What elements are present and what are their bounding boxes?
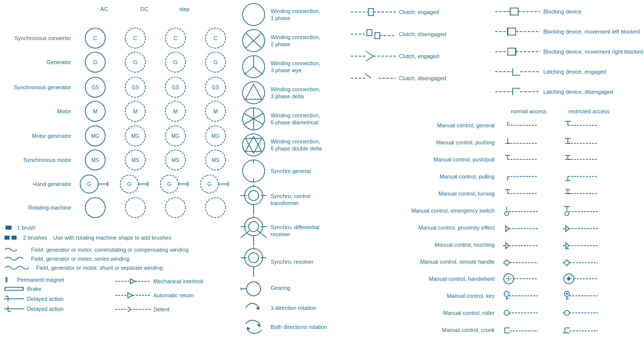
col-ac: AC xyxy=(84,6,124,12)
svg-point-234 xyxy=(564,310,569,315)
svg-text:MS: MS xyxy=(212,157,220,163)
row-motor-generator: Motor generator MG MG MG MG xyxy=(0,124,236,148)
svg-rect-145 xyxy=(510,8,518,15)
svg-marker-199 xyxy=(506,226,509,232)
svg-marker-84 xyxy=(128,293,133,298)
label-synchronous-converter: Synchronous converter xyxy=(0,35,75,41)
label-manual-pushpull: Manual control, push/pull xyxy=(398,156,499,162)
manual-controls-section: normal access restricted access Manual c… xyxy=(398,108,644,338)
symbols-hand-generator: G G G G xyxy=(75,172,236,196)
label-winding-1phase: Winding connection,1 phase xyxy=(267,8,320,22)
svg-text:M: M xyxy=(173,108,177,114)
svg-point-222 xyxy=(567,277,570,280)
row-manual-pushing: Manual control, pushing xyxy=(398,134,644,151)
row-manual-roller: Manual control, roller xyxy=(398,304,644,321)
row-synchronous-generator: Synchronous generator GS GS GS GS xyxy=(0,75,236,99)
svg-point-67 xyxy=(205,198,226,218)
svg-point-108 xyxy=(245,187,263,205)
row-manual-handwheel: Manual control, handwheel xyxy=(398,270,644,287)
row-1dir-rotation: 1-direction rotation xyxy=(241,299,327,317)
svg-text:C: C xyxy=(133,35,137,41)
label-2-brushes: 2 brushes xyxy=(23,235,47,241)
label-synchro-resolver: Synchro, resolver xyxy=(267,259,314,265)
blocking-section: Blocking device Blocking device, movemen… xyxy=(495,2,643,102)
svg-rect-148 xyxy=(508,28,516,35)
label-latching-engaged: Latching device, engaged xyxy=(540,69,606,75)
svg-marker-201 xyxy=(566,226,569,232)
row-manual-key: Manual control, key xyxy=(398,287,644,304)
label-generator: Generator xyxy=(0,59,75,65)
row-hand-generator: Hand generator G G G G xyxy=(0,172,236,196)
svg-text:M: M xyxy=(93,108,97,114)
svg-text:MS: MS xyxy=(172,157,179,163)
row-synchronous-motor: Synchronous motor MS MS MS MS xyxy=(0,148,236,172)
col-dc: DC xyxy=(124,6,164,12)
label-synchro-control: Synchro, controltransformer xyxy=(267,193,310,207)
row-brake: Brake xyxy=(4,285,42,293)
label-clutch-engaged-1: Clutch, engaged xyxy=(396,9,439,15)
svg-point-122 xyxy=(245,249,263,267)
svg-marker-97 xyxy=(246,84,262,99)
label-1-brush: 1 brush xyxy=(17,225,36,231)
label-latching-disengaged: Latching device, disengaged xyxy=(540,89,613,95)
label-winding-2phase: Winding connection,2 phase xyxy=(267,34,320,48)
svg-rect-70 xyxy=(12,236,17,240)
svg-point-109 xyxy=(249,191,259,201)
label-manual-emergency: Manual control, emergency switch xyxy=(398,208,499,214)
label-manual-general: Manual control, general xyxy=(398,122,499,128)
row-clutch-engaged-2: Clutch, engaged xyxy=(351,46,446,66)
label-manual-pushing: Manual control, pushing xyxy=(398,139,499,145)
row-manual-pulling: Manual control, pulling xyxy=(398,168,644,185)
label-delayed-2: Delayed action xyxy=(27,306,64,312)
label-synchro-general: Synchro general xyxy=(267,168,311,174)
label-1dir-rotation: 1-direction rotation xyxy=(267,305,316,311)
label-clutch-disengaged-2: Clutch, disengaged xyxy=(396,75,446,81)
svg-text:G: G xyxy=(87,181,92,187)
svg-text:MG: MG xyxy=(131,133,139,139)
svg-text:C: C xyxy=(93,35,97,41)
svg-text:MG: MG xyxy=(211,133,220,139)
svg-text:G: G xyxy=(173,59,178,65)
svg-text:G: G xyxy=(207,181,212,187)
svg-text:M: M xyxy=(133,108,137,114)
row-manual-touching: Manual control, touching xyxy=(398,236,644,253)
label-motor: Motor xyxy=(0,108,75,114)
row-synchro-control: Synchro, controltransformer xyxy=(241,185,327,215)
svg-text:GS: GS xyxy=(132,85,139,90)
label-manual-key: Manual control, key xyxy=(398,293,499,299)
row-clutch-disengaged-1: Clutch, disengaged xyxy=(351,24,446,44)
symbols-synchronous-generator: GS GS GS GS xyxy=(75,76,236,99)
svg-point-123 xyxy=(249,253,259,263)
svg-rect-137 xyxy=(367,30,372,36)
svg-rect-152 xyxy=(508,48,516,55)
svg-marker-81 xyxy=(130,279,135,284)
svg-text:G: G xyxy=(133,59,138,65)
label-rotating-machine: Rotating machine xyxy=(0,205,75,211)
label-delayed-1: Delayed action xyxy=(27,296,64,302)
label-winding-3delta: Winding connection,3 phase delta xyxy=(267,86,320,100)
label-field-2: Field, generator or motor, series windin… xyxy=(31,256,129,262)
label-field-1: Field, generator or motor, commutating o… xyxy=(31,247,188,253)
row-delayed-2: Delayed action xyxy=(4,305,64,313)
svg-text:GS: GS xyxy=(212,85,220,90)
label-manual-handwheel: Manual control, handwheel xyxy=(398,276,499,282)
svg-point-96 xyxy=(243,82,265,104)
header-restricted-access: restricted access xyxy=(559,108,619,115)
svg-point-66 xyxy=(165,198,185,218)
row-blocking-right: Blocking device, movement right blocked xyxy=(495,42,643,61)
label-auto-return: Automatic return xyxy=(153,292,194,298)
row-blocking-device: Blocking device xyxy=(495,2,643,21)
row-field-2: Field, generator or motor, series windin… xyxy=(4,255,129,263)
row-field-1: Field, generator or motor, commutating o… xyxy=(4,246,188,254)
label-manual-crunk: Manual control, crunk xyxy=(398,327,499,333)
col-step: step xyxy=(164,6,204,12)
note-2-brushes: Use with rotating machine shape to add b… xyxy=(53,235,171,241)
right-annotations: Mechanical interlock Automatic return De… xyxy=(115,275,203,317)
svg-point-65 xyxy=(125,198,145,218)
svg-marker-204 xyxy=(506,243,509,249)
svg-text:MG: MG xyxy=(171,133,179,139)
label-manual-proximity: Manual control, proximity effect xyxy=(398,225,499,231)
label-manual-touching: Manual control, touching xyxy=(398,242,499,248)
svg-point-231 xyxy=(566,293,568,295)
row-motor: Motor M M M M xyxy=(0,99,236,123)
